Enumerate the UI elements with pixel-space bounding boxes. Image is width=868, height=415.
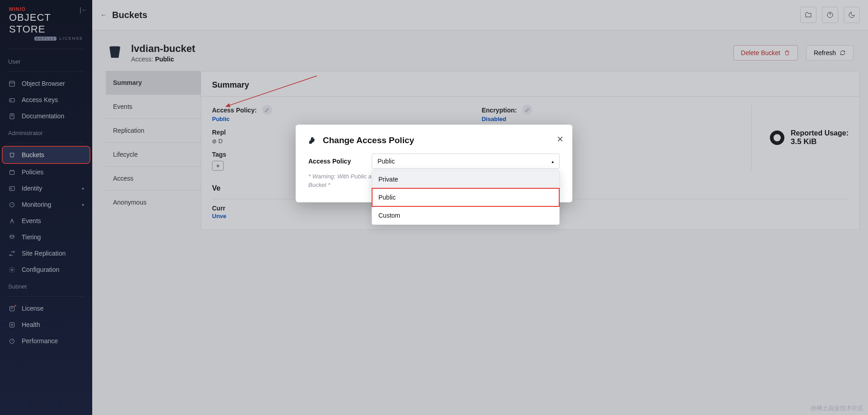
access-policy-dropdown: Private Public Custom	[372, 170, 560, 225]
chevron-up-icon: ▴	[552, 159, 554, 164]
select-value: Public	[377, 158, 395, 165]
option-custom[interactable]: Custom	[372, 206, 559, 224]
option-public[interactable]: Public	[372, 188, 559, 206]
svg-point-16	[313, 138, 314, 139]
modal-title: Change Access Policy	[308, 135, 560, 145]
access-policy-select[interactable]: Public ▴	[372, 154, 560, 169]
access-policy-field-label: Access Policy	[308, 158, 372, 165]
change-access-policy-modal: × Change Access Policy Access Policy Pub…	[296, 125, 572, 202]
close-modal-button[interactable]: ×	[557, 133, 563, 145]
option-private[interactable]: Private	[372, 170, 559, 188]
watermark: @稀土掘金技术社区	[811, 404, 863, 412]
modal-overlay[interactable]: × Change Access Policy Access Policy Pub…	[0, 0, 868, 415]
